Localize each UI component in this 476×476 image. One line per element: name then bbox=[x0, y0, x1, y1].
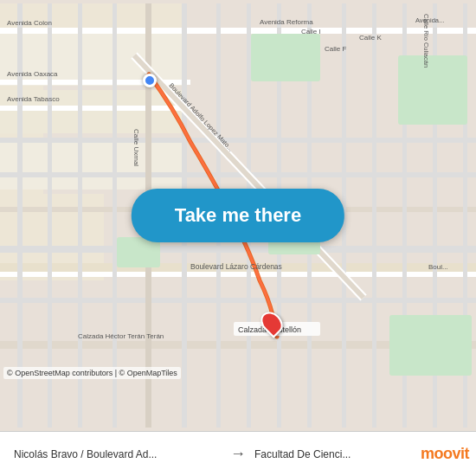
destination-marker bbox=[262, 311, 281, 335]
svg-rect-30 bbox=[372, 3, 376, 428]
route-arrow: → bbox=[227, 445, 249, 463]
map-attribution: © OpenStreetMap contributors | © OpenMap… bbox=[3, 367, 181, 379]
svg-text:Calle K: Calle K bbox=[359, 34, 382, 42]
svg-text:Boul...: Boul... bbox=[428, 263, 448, 271]
route-from-label: Nicolás Bravo / Boulevard Ad... bbox=[9, 448, 227, 460]
svg-rect-21 bbox=[78, 3, 82, 428]
moovit-logo: moovit bbox=[407, 431, 476, 476]
svg-rect-19 bbox=[17, 3, 23, 428]
svg-rect-36 bbox=[251, 34, 320, 81]
svg-text:Calle Uxmal: Calle Uxmal bbox=[132, 129, 140, 166]
svg-text:Calle I: Calle I bbox=[301, 28, 321, 35]
svg-text:Avenida Colon: Avenida Colon bbox=[7, 19, 52, 27]
svg-text:Calle F: Calle F bbox=[325, 45, 346, 53]
app: Avenida Colon Avenida Reforma Avenida Oa… bbox=[0, 0, 476, 476]
take-me-there-button[interactable]: Take me there bbox=[132, 189, 344, 242]
moovit-logo-text: moovit bbox=[421, 445, 469, 463]
svg-text:Avenida Reforma: Avenida Reforma bbox=[260, 18, 313, 26]
svg-rect-37 bbox=[398, 55, 467, 125]
svg-text:Avenida...: Avenida... bbox=[415, 16, 444, 24]
svg-rect-20 bbox=[48, 3, 52, 428]
svg-rect-22 bbox=[113, 3, 117, 428]
origin-marker bbox=[143, 74, 157, 87]
svg-text:Boulevard Lázaro Cárdenas: Boulevard Lázaro Cárdenas bbox=[190, 262, 282, 271]
bottom-bar: Nicolás Bravo / Boulevard Ad... → Facult… bbox=[0, 431, 476, 476]
svg-rect-5 bbox=[0, 138, 182, 190]
svg-rect-39 bbox=[389, 315, 472, 376]
svg-rect-10 bbox=[0, 106, 190, 111]
svg-text:Calzada Héctor Terán Terán: Calzada Héctor Terán Terán bbox=[78, 332, 164, 340]
map-container: Avenida Colon Avenida Reforma Avenida Oa… bbox=[0, 0, 476, 431]
svg-text:Avenida Oaxaca: Avenida Oaxaca bbox=[7, 70, 58, 78]
svg-text:Avenida Tabasco: Avenida Tabasco bbox=[7, 95, 60, 103]
